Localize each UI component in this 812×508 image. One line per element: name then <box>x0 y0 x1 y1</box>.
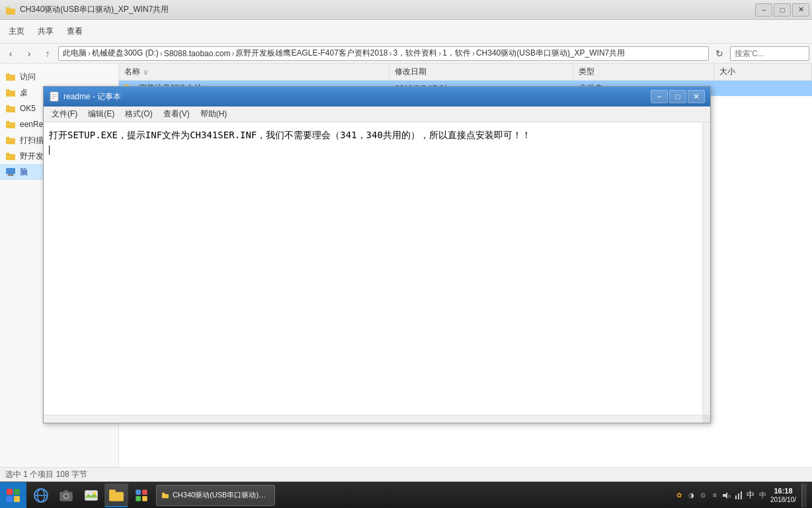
tray-icon-flower[interactable]: ✿ <box>674 490 684 501</box>
svg-rect-35 <box>142 489 147 495</box>
taskbar-time-display: 16:18 <box>770 486 796 495</box>
close-button[interactable]: ✕ <box>792 3 809 17</box>
menu-edit[interactable]: 编辑(E) <box>83 107 120 121</box>
tray-icon-zh[interactable]: 中 <box>757 490 768 501</box>
path-segment-ch340[interactable]: CH340驱动(USB串口驱动)_XP_WIN7共用 <box>476 48 625 59</box>
notepad-minimize-button[interactable]: − <box>651 90 668 103</box>
address-bar: ‹ › ↑ 此电脑 › 机械硬盘300G (D:) › S8088.taobao… <box>0 44 812 64</box>
taskbar-app-camera[interactable] <box>54 484 78 507</box>
sidebar-folder-icon-3 <box>5 103 16 114</box>
back-button[interactable]: ‹ <box>3 46 19 62</box>
taskbar-pinned-apps <box>26 482 156 508</box>
sidebar-item-label-7: 脑 <box>20 167 28 178</box>
show-desktop-button[interactable] <box>801 484 807 507</box>
svg-rect-5 <box>6 89 10 92</box>
taskbar-app-explorer[interactable] <box>104 484 128 507</box>
svg-rect-43 <box>738 493 739 499</box>
path-segment-s8088[interactable]: S8088.taobao.com <box>164 49 231 58</box>
menu-format[interactable]: 格式(O) <box>120 107 157 121</box>
notepad-line-1: 打开SETUP.EXE，提示INF文件为CH341SER.INF，我们不需要理会… <box>49 128 697 142</box>
start-button[interactable] <box>0 482 26 509</box>
column-header-date[interactable]: 修改日期 <box>389 64 573 80</box>
up-button[interactable]: ↑ <box>40 46 56 62</box>
notepad-menubar: 文件(F) 编辑(E) 格式(O) 查看(V) 帮助(H) <box>44 106 710 122</box>
minimize-button[interactable]: − <box>755 3 772 17</box>
svg-rect-11 <box>6 137 10 140</box>
toolbar-home[interactable]: 主页 <box>3 22 30 41</box>
svg-rect-7 <box>6 105 10 108</box>
tray-icon-ime[interactable]: 中 <box>745 490 756 501</box>
svg-rect-14 <box>6 168 15 174</box>
notepad-scrollbar-horizontal[interactable] <box>44 415 702 423</box>
svg-point-28 <box>64 494 67 497</box>
taskbar-date-display: 2018/10/ <box>770 495 796 504</box>
sidebar-folder-icon-5 <box>5 135 16 146</box>
taskbar-active-window[interactable]: CH340驱动(USB串口驱动)_XP_WIN7共用 <box>156 485 275 506</box>
notepad-scrollbar-vertical[interactable] <box>702 122 710 415</box>
svg-rect-9 <box>6 121 10 124</box>
svg-marker-40 <box>723 492 727 499</box>
taskbar-tray: ✿ ◑ ⊙ ≡ )) 中 中 <box>669 484 812 507</box>
sidebar-item-label-2: 桌 <box>20 87 28 99</box>
taskbar: CH340驱动(USB串口驱动)_XP_WIN7共用 ✿ ◑ ⊙ ≡ )) <box>0 482 812 508</box>
notepad-controls: − □ ✕ <box>651 90 705 103</box>
notepad-icon <box>49 91 60 102</box>
taskbar-datetime[interactable]: 16:18 2018/10/ <box>770 486 796 504</box>
column-header-type[interactable]: 类型 <box>573 64 714 80</box>
sidebar-folder-icon <box>5 71 16 82</box>
explorer-title-icon <box>5 5 16 15</box>
svg-rect-37 <box>142 496 147 501</box>
toolbar-view[interactable]: 查看 <box>61 22 89 41</box>
refresh-button[interactable]: ↻ <box>711 46 727 62</box>
column-header-size[interactable]: 大小 <box>714 64 812 80</box>
svg-rect-44 <box>741 491 742 499</box>
path-segment-eagle[interactable]: 原野开发板雄鹰EAGLE-F407客户资料2018 <box>235 48 387 59</box>
tray-icon-speaker[interactable]: )) <box>721 490 732 501</box>
sidebar-item-label: 访问 <box>20 71 36 83</box>
menu-file[interactable]: 文件(F) <box>46 107 83 121</box>
sidebar-folder-icon-6 <box>5 151 16 161</box>
notepad-bottom <box>44 415 710 423</box>
address-path[interactable]: 此电脑 › 机械硬盘300G (D:) › S8088.taobao.com ›… <box>58 46 709 61</box>
notepad-titlebar: readme - 记事本 − □ ✕ <box>44 87 710 106</box>
sidebar-computer-icon <box>5 167 16 177</box>
tray-icon-antivirus[interactable]: ⊙ <box>698 490 708 501</box>
taskbar-app-ie[interactable] <box>29 484 53 507</box>
svg-rect-39 <box>162 492 165 494</box>
text-cursor <box>49 146 50 155</box>
svg-rect-38 <box>162 493 169 497</box>
notepad-window: readme - 记事本 − □ ✕ 文件(F) 编辑(E) 格式(O) 查看(… <box>43 86 711 423</box>
notepad-close-button[interactable]: ✕ <box>688 90 705 103</box>
menu-view[interactable]: 查看(V) <box>158 107 195 121</box>
forward-button[interactable]: › <box>21 46 37 62</box>
svg-rect-13 <box>6 153 10 155</box>
notepad-maximize-button[interactable]: □ <box>669 90 686 103</box>
taskbar-window-label: CH340驱动(USB串口驱动)_XP_WIN7共用 <box>173 490 269 500</box>
search-input[interactable] <box>730 46 809 61</box>
file-list-header: 名称 ∨ 修改日期 类型 大小 <box>119 64 812 81</box>
explorer-titlebar: CH340驱动(USB串口驱动)_XP_WIN7共用 − □ ✕ <box>0 0 812 20</box>
explorer-title-text: CH340驱动(USB串口驱动)_XP_WIN7共用 <box>20 4 807 15</box>
path-segment-computer[interactable]: 此电脑 <box>63 48 87 59</box>
taskbar-app-misc[interactable] <box>130 484 153 507</box>
maximize-button[interactable]: □ <box>774 3 791 17</box>
tray-icon-misc[interactable]: ≡ <box>710 490 720 501</box>
notepad-title-text: readme - 记事本 <box>63 91 651 103</box>
path-segment-sw1[interactable]: 1，软件 <box>442 48 471 59</box>
svg-rect-3 <box>6 73 10 76</box>
svg-rect-36 <box>136 496 141 501</box>
status-bar: 选中 1 个项目 108 字节 <box>0 467 812 482</box>
menu-help[interactable]: 帮助(H) <box>195 107 233 121</box>
tray-icon-security[interactable]: ◑ <box>686 490 696 501</box>
path-segment-software[interactable]: 3，软件资料 <box>393 48 438 59</box>
taskbar-app-photos[interactable] <box>79 484 103 507</box>
notification-area: ✿ ◑ ⊙ ≡ )) 中 中 <box>674 490 768 501</box>
path-segment-disk[interactable]: 机械硬盘300G (D:) <box>92 48 159 59</box>
toolbar-share[interactable]: 共享 <box>32 22 60 41</box>
notepad-textarea[interactable]: 打开SETUP.EXE，提示INF文件为CH341SER.INF，我们不需要理会… <box>44 122 702 415</box>
column-header-name[interactable]: 名称 ∨ <box>119 64 389 80</box>
svg-rect-29 <box>64 490 69 492</box>
sidebar-folder-icon-4 <box>5 119 16 130</box>
tray-icon-network[interactable] <box>733 490 744 501</box>
sidebar-item-fangwen[interactable]: 访问 <box>0 69 118 85</box>
